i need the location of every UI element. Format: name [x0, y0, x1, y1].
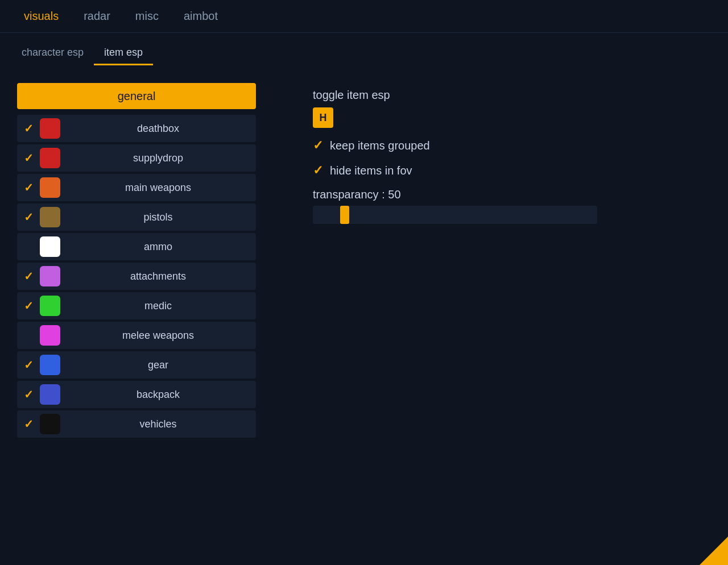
gear-color[interactable]	[40, 355, 60, 375]
deathbox-checkbox[interactable]: ✓	[22, 122, 35, 135]
keep-grouped-checkmark[interactable]: ✓	[313, 138, 323, 153]
tab-item-esp[interactable]: item esp	[94, 41, 153, 64]
list-item: ✓ vehicles	[17, 410, 256, 438]
vehicles-checkbox[interactable]: ✓	[22, 417, 35, 431]
mainweapons-label: main weapons	[65, 182, 251, 194]
meleeweapons-label: melee weapons	[65, 330, 251, 342]
backpack-checkbox[interactable]: ✓	[22, 388, 35, 401]
checkmark-icon: ✓	[24, 210, 34, 224]
toggle-esp-section: toggle item esp H	[313, 89, 620, 128]
supplydrop-checkbox[interactable]: ✓	[22, 151, 35, 165]
supplydrop-label: supplydrop	[65, 152, 251, 164]
tab-radar[interactable]: radar	[71, 1, 123, 32]
slider-thumb[interactable]	[340, 206, 349, 224]
key-badge-h[interactable]: H	[313, 107, 333, 128]
corner-indicator	[700, 537, 728, 565]
vehicles-label: vehicles	[65, 418, 251, 430]
checkmark-icon: ✓	[24, 417, 34, 431]
tab-visuals[interactable]: visuals	[11, 1, 71, 32]
medic-checkbox[interactable]: ✓	[22, 299, 35, 313]
attachments-label: attachments	[65, 271, 251, 282]
tab-misc[interactable]: misc	[123, 1, 171, 32]
list-item: ✓ gear	[17, 351, 256, 379]
list-item: ✓ backpack	[17, 381, 256, 408]
deathbox-color[interactable]	[40, 118, 60, 139]
supplydrop-color[interactable]	[40, 148, 60, 168]
list-item: ✓ deathbox	[17, 115, 256, 142]
vehicles-color[interactable]	[40, 414, 60, 434]
meleeweapons-color[interactable]	[40, 325, 60, 346]
ammo-color[interactable]	[40, 236, 60, 257]
checkmark-icon: ✓	[24, 299, 34, 313]
main-content: general ✓ deathbox ✓ supplydrop ✓ main w…	[0, 72, 728, 449]
left-panel: general ✓ deathbox ✓ supplydrop ✓ main w…	[17, 83, 279, 438]
medic-color[interactable]	[40, 296, 60, 316]
attachments-color[interactable]	[40, 266, 60, 286]
checkmark-icon: ✓	[24, 181, 34, 194]
checkmark-icon: ✓	[24, 388, 34, 401]
right-panel: toggle item esp H ✓ keep items grouped ✓…	[313, 83, 620, 438]
checkmark-icon: ✓	[24, 358, 34, 372]
checkmark-icon: ✓	[24, 269, 34, 283]
list-item: ✓ supplydrop	[17, 144, 256, 172]
sub-nav: character esp item esp	[0, 39, 728, 66]
meleeweapons-checkbox[interactable]	[22, 329, 35, 342]
hide-in-fov-label: hide items in fov	[330, 164, 412, 177]
list-item: melee weapons	[17, 322, 256, 349]
keep-grouped-row: ✓ keep items grouped	[313, 138, 620, 153]
ammo-label: ammo	[65, 241, 251, 253]
gear-checkbox[interactable]: ✓	[22, 358, 35, 372]
top-nav: visuals radar misc aimbot	[0, 0, 728, 33]
medic-label: medic	[65, 300, 251, 312]
general-button[interactable]: general	[17, 83, 256, 109]
checkmark-empty-icon	[23, 330, 34, 341]
backpack-label: backpack	[65, 389, 251, 401]
pistols-checkbox[interactable]: ✓	[22, 210, 35, 224]
toggle-esp-title: toggle item esp	[313, 89, 620, 102]
tab-character-esp[interactable]: character esp	[11, 41, 94, 64]
transparency-label: transparancy : 50	[313, 188, 620, 201]
list-item: ✓ medic	[17, 292, 256, 319]
list-item: ✓ attachments	[17, 263, 256, 290]
list-item: ✓ pistols	[17, 203, 256, 231]
mainweapons-color[interactable]	[40, 177, 60, 198]
backpack-color[interactable]	[40, 384, 60, 405]
pistols-label: pistols	[65, 211, 251, 223]
list-item: ✓ main weapons	[17, 174, 256, 201]
mainweapons-checkbox[interactable]: ✓	[22, 181, 35, 194]
pistols-color[interactable]	[40, 207, 60, 227]
transparency-section: transparancy : 50	[313, 188, 620, 224]
checkmark-icon: ✓	[24, 151, 34, 165]
tab-aimbot[interactable]: aimbot	[171, 1, 230, 32]
checkmark-icon: ✓	[24, 122, 34, 135]
hide-in-fov-row: ✓ hide items in fov	[313, 163, 620, 178]
checkmark-empty-icon	[23, 241, 34, 252]
gear-label: gear	[65, 359, 251, 371]
attachments-checkbox[interactable]: ✓	[22, 269, 35, 283]
list-item: ammo	[17, 233, 256, 260]
ammo-checkbox[interactable]	[22, 240, 35, 254]
keep-grouped-label: keep items grouped	[330, 139, 430, 152]
transparency-slider[interactable]	[313, 206, 597, 224]
hide-in-fov-checkmark[interactable]: ✓	[313, 163, 323, 178]
deathbox-label: deathbox	[65, 123, 251, 135]
